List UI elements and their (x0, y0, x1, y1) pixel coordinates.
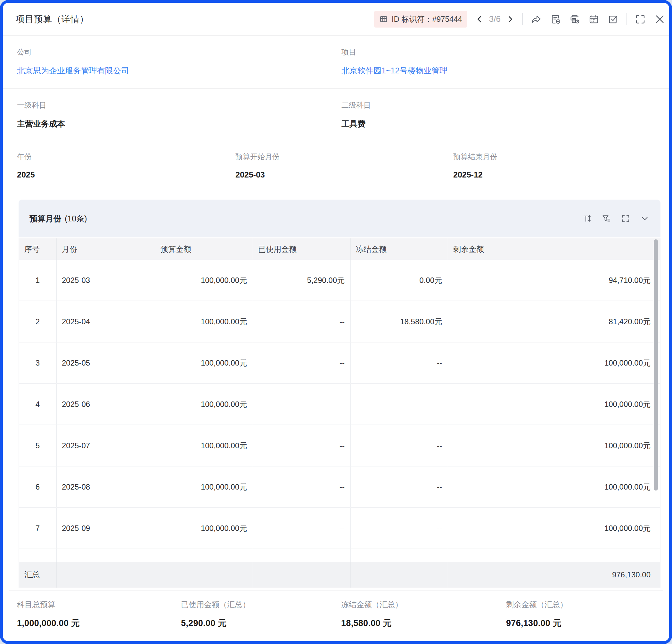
form-row-1: 公司 北京思为企业服务管理有限公司 项目 北京软件园1~12号楼物业管理 (3, 36, 669, 89)
table-cell: 7 (19, 508, 56, 549)
footer-label: 已使用金额（汇总） (181, 599, 250, 610)
table-cell: -- (253, 384, 350, 425)
table-cell: 4 (19, 384, 56, 425)
footer-value: 5,290.00 元 (181, 617, 250, 629)
table-cell (56, 562, 155, 588)
field-value: 2025 (17, 170, 35, 179)
grid-table-icon (379, 15, 388, 23)
table-cell (155, 562, 253, 588)
table-cell: 94,710.00元 (448, 260, 660, 300)
column-header: 序号 (19, 238, 56, 260)
field-value: 工具费 (341, 119, 371, 129)
table-cell: 100,000.00元 (448, 508, 660, 549)
summary-label: 汇总 (19, 562, 56, 588)
dialog-header: 项目预算（详情） ID 标识符：#975444 3/6 (3, 3, 669, 36)
page-title: 项目预算（详情） (16, 13, 89, 25)
table-cell (350, 562, 448, 588)
summary-row: 汇总 976,130.00 (19, 562, 660, 588)
field-label: 预算结束月份 (453, 152, 497, 162)
table-cell: 18,580.00元 (350, 301, 448, 342)
table-cell: 2025-09 (56, 508, 155, 549)
table-cell: -- (350, 384, 448, 425)
table-row: 22025-04100,000.00元--18,580.00元81,420.00… (19, 301, 660, 343)
table-row: 32025-05100,000.00元----100,000.00元 (19, 343, 660, 384)
table-cell: 100,000.00元 (155, 425, 253, 466)
table-header-row: 序号 月份 预算金额 已使用金额 冻结金额 剩余金额 (19, 238, 660, 260)
footer-label: 剩余金额（汇总） (506, 599, 567, 610)
footer-label: 科目总预算 (17, 599, 80, 610)
field-budget-end-month: 预算结束月份 2025-12 (453, 152, 497, 179)
expand-icon[interactable] (621, 214, 631, 223)
field-value: 主营业务成本 (17, 119, 65, 129)
form-row-3: 年份 2025 预算开始月份 2025-03 预算结束月份 2025-12 (3, 140, 669, 191)
project-link[interactable]: 北京软件园1~12号楼物业管理 (341, 65, 447, 76)
table-cell: 0.00元 (350, 260, 448, 300)
table-section-tools (582, 214, 650, 223)
table-cell: 2025-08 (56, 466, 155, 507)
share-icon[interactable] (530, 13, 542, 25)
field-year: 年份 2025 (17, 152, 35, 179)
footer-divider (9, 590, 663, 591)
table-cell (253, 562, 350, 588)
table-cell: 100,000.00元 (155, 260, 253, 300)
footer-value: 1,000,000.00 元 (17, 617, 80, 629)
id-badge-label: ID 标识符：#975444 (392, 14, 462, 24)
table-row: 62025-08100,000.00元----100,000.00元 (19, 466, 660, 508)
budget-months-card: 预算月份 (10条) (19, 200, 660, 582)
fullscreen-icon[interactable] (635, 13, 646, 25)
chevron-right-icon[interactable] (506, 15, 515, 24)
field-label: 项目 (341, 47, 447, 57)
print-record-icon[interactable] (569, 13, 580, 25)
table-cell: 100,000.00元 (155, 301, 253, 342)
table-cell: -- (350, 425, 448, 466)
table-cell: 3 (19, 343, 56, 383)
footer-summary: 科目总预算 1,000,000.00 元 已使用金额（汇总） 5,290.00 … (3, 599, 669, 641)
footer-remaining-total: 剩余金额（汇总） 976,130.00 元 (506, 599, 567, 629)
table-cell: 5 (19, 425, 56, 466)
field-company: 公司 北京思为企业服务管理有限公司 (17, 47, 129, 76)
table-cell: 6 (19, 466, 56, 507)
row-height-icon[interactable] (582, 214, 592, 223)
table-cell: 100,000.00元 (448, 343, 660, 383)
collapse-chevron-icon[interactable] (640, 214, 650, 223)
chevron-left-icon[interactable] (475, 15, 484, 24)
section-title-text: 预算月份 (29, 213, 61, 224)
document-verify-icon[interactable] (550, 13, 561, 25)
table-cell (350, 549, 448, 562)
footer-frozen-total: 冻结金额（汇总） 18,580.00 元 (341, 599, 403, 629)
footer-used-total: 已使用金额（汇总） 5,290.00 元 (181, 599, 250, 629)
table-cell: 100,000.00元 (155, 466, 253, 507)
table-cell: -- (350, 343, 448, 383)
approve-checkbox-icon[interactable] (607, 13, 619, 25)
table-cell: 2 (19, 301, 56, 342)
calendar-icon[interactable] (588, 13, 600, 25)
table-scrollbar[interactable] (654, 239, 658, 490)
company-link[interactable]: 北京思为企业服务管理有限公司 (17, 65, 129, 76)
table-cell (56, 549, 155, 562)
dialog-project-budget: 项目预算（详情） ID 标识符：#975444 3/6 (0, 0, 672, 644)
table-cell (253, 549, 350, 562)
table-cell: -- (350, 508, 448, 549)
table-cell: 100,000.00元 (448, 466, 660, 507)
column-header: 已使用金额 (253, 238, 350, 260)
close-icon[interactable] (654, 13, 666, 25)
table-row: 52025-07100,000.00元----100,000.00元 (19, 425, 660, 466)
field-label: 公司 (17, 47, 129, 57)
toolbar-divider (523, 13, 523, 25)
table-row-partial (19, 549, 660, 562)
field-value: 2025-03 (236, 170, 280, 179)
field-project: 项目 北京软件园1~12号楼物业管理 (341, 47, 447, 76)
column-header: 剩余金额 (448, 238, 660, 260)
footer-label: 冻结金额（汇总） (341, 599, 403, 610)
toolbar-divider (626, 13, 627, 25)
pager-position: 3/6 (489, 14, 501, 24)
field-label: 一级科目 (17, 100, 65, 110)
field-level1-subject: 一级科目 主营业务成本 (17, 100, 65, 129)
record-pager: 3/6 (475, 14, 515, 24)
table-body: 12025-03100,000.00元5,290.00元0.00元94,710.… (19, 260, 660, 562)
filter-icon[interactable] (601, 214, 611, 223)
table-cell: 100,000.00元 (155, 508, 253, 549)
table-cell (19, 549, 56, 562)
field-level2-subject: 二级科目 工具费 (341, 100, 371, 129)
table-cell: 2025-05 (56, 343, 155, 383)
